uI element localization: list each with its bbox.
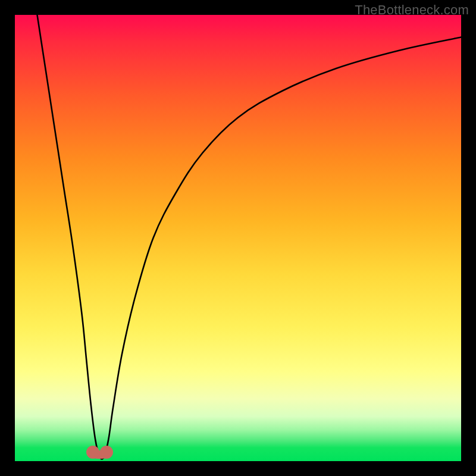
watermark-text: TheBottleneck.com: [355, 2, 469, 18]
trough-marker-2: [100, 446, 113, 459]
bottleneck-curve: [15, 15, 461, 461]
trough-marker-1: [86, 446, 99, 459]
chart-frame: TheBottleneck.com: [0, 0, 476, 476]
plot-area: [15, 15, 461, 461]
